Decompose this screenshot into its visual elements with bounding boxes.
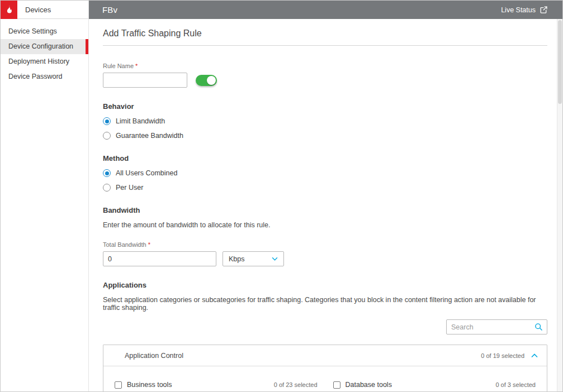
radio-limit-bandwidth[interactable]: Limit Bandwidth	[103, 117, 547, 125]
sidebar-item-device-settings[interactable]: Device Settings	[1, 24, 88, 39]
page-title: Add Traffic Shaping Rule	[103, 28, 547, 39]
live-status-link[interactable]: Live Status	[501, 6, 549, 14]
device-menu[interactable]: Devices	[1, 1, 88, 19]
panel-title: Application Control	[125, 352, 183, 360]
sidebar-item-deployment-history[interactable]: Deployment History	[1, 54, 88, 69]
chevron-up-icon[interactable]	[531, 353, 538, 358]
method-header: Method	[103, 154, 547, 162]
applications-description: Select application categories or subcate…	[103, 296, 547, 312]
bandwidth-header: Bandwidth	[103, 206, 547, 214]
rule-enabled-toggle[interactable]	[196, 75, 217, 86]
checkbox[interactable]	[333, 381, 340, 389]
radio-per-user[interactable]: Per User	[103, 184, 547, 192]
bandwidth-unit-select[interactable]: Kbps	[223, 251, 284, 266]
search-input[interactable]	[446, 319, 547, 334]
radio-all-users-combined[interactable]: All Users Combined	[103, 169, 547, 177]
scrollbar-thumb[interactable]	[558, 20, 562, 104]
app-window: Devices Device Settings Device Configura…	[0, 0, 563, 392]
sidebar-nav: Device Settings Device Configuration Dep…	[1, 24, 88, 84]
app-row-count: 0 of 3 selected	[495, 381, 536, 388]
topbar: FBv Live Status	[89, 1, 562, 19]
app-row-label: Business tools	[127, 381, 172, 389]
vertical-scrollbar[interactable]	[557, 19, 562, 392]
app-row-business-tools: Business tools 0 of 23 selected	[115, 381, 318, 389]
live-status-label: Live Status	[501, 6, 536, 14]
content-area: FBv Live Status Add Traffic Shaping Rule…	[89, 1, 562, 391]
external-link-icon	[540, 6, 548, 14]
sidebar: Devices Device Settings Device Configura…	[1, 1, 89, 391]
sidebar-item-label: Device Settings	[8, 27, 57, 35]
radio-icon	[103, 132, 111, 140]
title-divider	[103, 45, 547, 46]
application-control-panel-header[interactable]: Application Control 0 of 19 selected	[103, 345, 547, 366]
app-row-database-tools: Database tools 0 of 3 selected	[333, 381, 536, 389]
required-marker: *	[135, 63, 138, 69]
applications-header: Applications	[103, 281, 547, 289]
application-control-panel-body: Business tools 0 of 23 selected Database…	[103, 366, 547, 391]
application-control-panel: Application Control 0 of 19 selected Bus…	[103, 345, 547, 391]
bandwidth-row: Kbps	[103, 251, 547, 266]
watchguard-logo[interactable]	[1, 1, 17, 19]
sidebar-item-device-configuration[interactable]: Device Configuration	[1, 39, 88, 54]
radio-icon	[103, 184, 111, 192]
sidebar-brand-label: Devices	[25, 6, 51, 14]
bandwidth-description: Enter the amount of bandwidth to allocat…	[103, 221, 547, 229]
app-row-label: Database tools	[346, 381, 392, 389]
total-bandwidth-input[interactable]	[103, 251, 216, 266]
rule-name-label: Rule Name*	[103, 63, 547, 69]
required-marker: *	[148, 241, 150, 248]
app-row-count: 0 of 23 selected	[274, 381, 318, 388]
sidebar-item-label: Device Password	[8, 73, 63, 80]
sidebar-item-label: Deployment History	[8, 58, 69, 65]
rule-name-row	[103, 73, 547, 88]
panel-selected-summary: 0 of 19 selected	[481, 352, 524, 359]
search-row	[103, 319, 547, 334]
search-icon[interactable]	[534, 323, 543, 333]
total-bandwidth-label: Total Bandwidth*	[103, 241, 547, 248]
radio-icon	[103, 169, 111, 177]
radio-guarantee-bandwidth[interactable]: Guarantee Bandwidth	[103, 132, 547, 140]
checkbox[interactable]	[115, 381, 122, 389]
page-body: Add Traffic Shaping Rule Rule Name* Beha…	[89, 19, 562, 391]
search-box	[446, 319, 547, 334]
sidebar-item-label: Device Configuration	[8, 42, 73, 50]
radio-label: Limit Bandwidth	[116, 117, 165, 125]
sidebar-item-device-password[interactable]: Device Password	[1, 69, 88, 84]
radio-icon	[103, 117, 111, 125]
device-title: FBv	[102, 5, 117, 15]
flame-icon	[4, 5, 14, 15]
chevron-down-icon	[272, 257, 278, 261]
radio-label: All Users Combined	[116, 169, 177, 177]
rule-name-input[interactable]	[103, 73, 187, 88]
bandwidth-unit-value: Kbps	[229, 255, 245, 263]
behavior-header: Behavior	[103, 102, 547, 111]
radio-label: Guarantee Bandwidth	[116, 132, 183, 140]
radio-label: Per User	[116, 184, 143, 192]
